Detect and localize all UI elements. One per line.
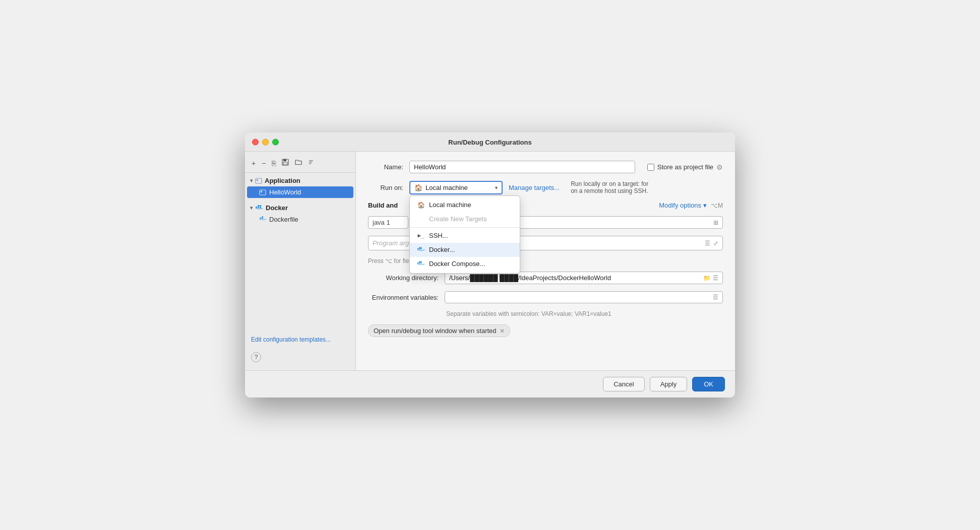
dockerfile-label: Dockerfile xyxy=(269,216,298,223)
program-args-expand-button[interactable]: ⤢ xyxy=(713,240,718,247)
working-dir-list-button[interactable]: ☰ xyxy=(713,275,718,282)
env-hint: Separate variables with semicolon: VAR=v… xyxy=(368,310,723,317)
run-on-select-wrapper: 🏠 Local machine ▾ 🏠 Local machine Create… xyxy=(409,181,503,194)
svg-rect-27 xyxy=(420,261,422,262)
apply-button[interactable]: Apply xyxy=(650,377,688,391)
env-vars-label: Environment variables: xyxy=(368,294,439,301)
manage-targets-link[interactable]: Manage targets... xyxy=(509,184,560,191)
tag-container: Open run/debug tool window when started … xyxy=(368,324,723,337)
svg-rect-8 xyxy=(260,190,266,195)
modify-options-chevron: ▾ xyxy=(703,202,707,209)
sidebar-item-helloworld[interactable]: HelloWorld xyxy=(247,186,353,198)
title-bar: Run/Debug Configurations xyxy=(245,132,735,152)
sidebar-item-dockerfile[interactable]: Dockerfile xyxy=(245,214,355,225)
svg-rect-26 xyxy=(419,261,420,262)
save-config-button[interactable] xyxy=(280,158,290,168)
maximize-button[interactable] xyxy=(272,139,279,145)
svg-rect-18 xyxy=(417,248,419,249)
copy-config-button[interactable]: ⎘ xyxy=(270,158,277,168)
svg-rect-11 xyxy=(258,207,259,208)
svg-rect-10 xyxy=(256,207,257,208)
run-debug-dialog: Run/Debug Configurations + − ⎘ xyxy=(245,132,735,398)
working-dir-folder-button[interactable]: 📁 xyxy=(703,275,711,282)
sidebar-docker-group: ▾ Docker xyxy=(245,200,355,227)
svg-rect-6 xyxy=(256,178,262,183)
dropdown-divider-1 xyxy=(410,227,520,228)
svg-rect-25 xyxy=(420,262,422,263)
dialog-footer: Cancel Apply OK xyxy=(245,370,735,398)
working-dir-input[interactable]: /Users/██████ ████/IdeaProjects/DockerHe… xyxy=(445,272,723,284)
docker-compose-icon xyxy=(417,260,425,268)
name-label: Name: xyxy=(368,163,403,171)
docker-chevron: ▾ xyxy=(250,205,253,211)
dropdown-item-docker-compose[interactable]: Docker Compose... xyxy=(410,257,520,271)
close-button[interactable] xyxy=(252,139,259,145)
working-dir-value: /Users/██████ ████/IdeaProjects/DockerHe… xyxy=(449,274,611,282)
store-project-checkbox[interactable] xyxy=(647,164,654,171)
working-dir-label: Working directory: xyxy=(368,274,439,282)
ok-button[interactable]: OK xyxy=(692,377,725,391)
docker-item-icon xyxy=(259,216,266,223)
gear-icon[interactable]: ⚙ xyxy=(716,163,723,171)
svg-rect-20 xyxy=(420,248,422,249)
run-debug-tag-close[interactable]: ✕ xyxy=(500,327,505,335)
edit-templates-link[interactable]: Edit configuration templates... xyxy=(245,331,355,348)
dialog-body: + − ⎘ xyxy=(245,152,735,370)
docker-group-header[interactable]: ▾ Docker xyxy=(245,202,355,214)
folder-config-button[interactable] xyxy=(293,158,303,168)
name-input[interactable] xyxy=(409,161,635,173)
cancel-button[interactable]: Cancel xyxy=(603,377,644,391)
run-description: Run locally or on a target: foron a remo… xyxy=(571,180,648,194)
modify-options-button[interactable]: Modify options ▾ ⌥M xyxy=(659,202,723,209)
traffic-lights xyxy=(252,139,279,145)
svg-rect-16 xyxy=(262,218,263,219)
run-on-dropdown-button[interactable]: 🏠 Local machine ▾ xyxy=(409,181,503,194)
sidebar-toolbar: + − ⎘ xyxy=(245,156,355,173)
remove-config-button[interactable]: − xyxy=(260,158,267,168)
main-content: Name: Store as project file ⚙ Run on: 🏠 … xyxy=(356,152,735,370)
chevron-down-icon: ▾ xyxy=(495,185,498,190)
svg-rect-22 xyxy=(420,247,422,248)
help-button[interactable]: ? xyxy=(251,352,261,362)
app-item-icon xyxy=(259,189,266,196)
dockerfile-icon xyxy=(259,216,266,223)
env-vars-row: Environment variables: ☰ xyxy=(368,291,723,303)
minimize-button[interactable] xyxy=(262,139,269,145)
application-group-header[interactable]: ▾ Application xyxy=(245,175,355,186)
dropdown-item-ssh[interactable]: ▶_ SSH... xyxy=(410,229,520,243)
modify-options-shortcut: ⌥M xyxy=(711,202,723,209)
store-project-label: Store as project file xyxy=(657,163,713,171)
run-on-dropdown-menu: 🏠 Local machine Create New Targets ▶_ SS… xyxy=(409,195,520,274)
program-args-list-button[interactable]: ☰ xyxy=(705,240,710,247)
build-label: Build and xyxy=(368,202,398,209)
run-debug-tag-label: Open run/debug tool window when started xyxy=(374,327,497,335)
dropdown-item-docker-compose-label: Docker Compose... xyxy=(429,260,485,268)
name-row: Name: Store as project file ⚙ xyxy=(368,161,723,173)
env-vars-list-button[interactable]: ☰ xyxy=(713,294,718,301)
run-debug-tag: Open run/debug tool window when started … xyxy=(368,324,510,337)
create-targets-icon xyxy=(417,215,425,223)
docker-dropdown-icon xyxy=(417,246,425,254)
dropdown-item-docker[interactable]: Docker... xyxy=(410,243,520,257)
dialog-title: Run/Debug Configurations xyxy=(448,139,531,146)
sidebar-application-group: ▾ Application HelloWorld xyxy=(245,173,355,200)
svg-rect-24 xyxy=(419,262,420,263)
svg-rect-17 xyxy=(262,216,263,217)
svg-rect-14 xyxy=(260,205,261,207)
svg-rect-13 xyxy=(258,205,259,207)
docker-group-icon xyxy=(255,205,263,212)
svg-rect-15 xyxy=(260,218,261,219)
svg-rect-2 xyxy=(283,162,287,165)
application-group-icon xyxy=(255,177,262,184)
docker-group-label: Docker xyxy=(266,204,288,212)
ssh-icon: ▶_ xyxy=(417,232,425,240)
java-input[interactable] xyxy=(368,216,408,229)
env-vars-input[interactable]: ☰ xyxy=(445,291,723,303)
sidebar: + − ⎘ xyxy=(245,152,356,370)
svg-rect-12 xyxy=(260,207,261,208)
main-class-expand-button[interactable]: ⊞ xyxy=(713,219,718,226)
dropdown-item-local-machine[interactable]: 🏠 Local machine xyxy=(410,198,520,212)
add-config-button[interactable]: + xyxy=(250,158,257,168)
sort-config-button[interactable] xyxy=(307,158,317,168)
dropdown-item-ssh-label: SSH... xyxy=(429,232,448,239)
